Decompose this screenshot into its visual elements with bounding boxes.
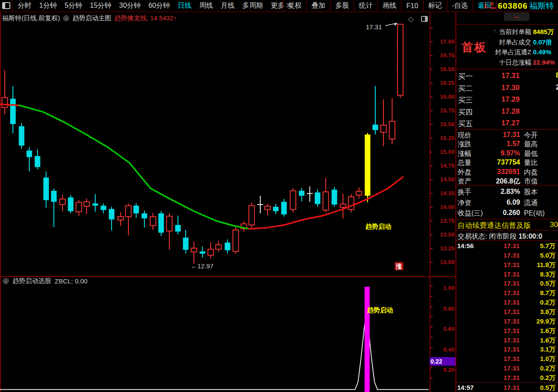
panel-divider xyxy=(456,129,558,130)
quote-row: 资产206.8亿市值 xyxy=(456,176,558,185)
banner-suffix: 30 xyxy=(550,221,558,229)
tick-price: 17.31 xyxy=(476,242,520,249)
candle-body xyxy=(349,197,354,209)
candle-body xyxy=(381,125,387,133)
bid-row: 买二17.302 xyxy=(456,82,558,93)
axis-tick xyxy=(430,337,433,338)
candle-body xyxy=(340,204,346,208)
tick-volume: 8.3万 xyxy=(540,271,555,279)
tick-volume: 0.5万 xyxy=(540,280,555,288)
bid-price: 17.29 xyxy=(476,95,520,104)
candle-body xyxy=(167,216,172,231)
stock-identity: L R 500 603806 福斯特 xyxy=(484,0,554,12)
quote-label: 涨跌 xyxy=(458,140,471,149)
quote-panel: ︿ 首板 自动续费通达信普及版 30 交易状态: 闭市阶段 15:00:0 !当… xyxy=(456,12,558,392)
sub-value-axis: 1.000.800.600.400.200.22 xyxy=(430,276,455,392)
toolbar-button[interactable]: 复权 xyxy=(283,0,306,12)
tick-price: 17.31 xyxy=(476,252,520,259)
diamond-icon[interactable]: ◇ xyxy=(408,15,414,24)
candle-body xyxy=(19,126,25,146)
collapse-tab[interactable]: ︿ xyxy=(504,12,530,21)
period-tab[interactable]: 周线 xyxy=(195,1,217,10)
subscription-banner[interactable]: 自动续费通达信普及版 30 xyxy=(458,221,558,231)
chevron-down-icon[interactable]: ⌄ xyxy=(63,15,69,22)
bid-price: 17.28 xyxy=(476,107,520,116)
candle-body xyxy=(398,24,403,95)
toolbar-button[interactable]: 标记 xyxy=(423,0,447,12)
quote-label2: 最低 xyxy=(524,149,538,159)
axis-price-label: 13.25 xyxy=(430,245,455,252)
tick-price: 17.31 xyxy=(476,271,520,278)
candle-body xyxy=(44,177,49,200)
period-tab[interactable]: 多周期 xyxy=(238,1,267,10)
toolbar-button[interactable]: 叠加 xyxy=(306,0,330,12)
toolbar-button[interactable]: F10 xyxy=(401,0,423,12)
period-tab[interactable]: 60分钟 xyxy=(144,1,174,10)
current-value-tag: 0.22 xyxy=(430,357,455,366)
tick-price: 17.31 xyxy=(476,299,520,306)
stat-label: 十日总涨幅 xyxy=(499,59,531,67)
trade-status-line: 交易状态: 闭市阶段 15:00:0 xyxy=(458,232,542,241)
bid-price: 17.27 xyxy=(476,119,520,128)
toolbar-actions: 复权叠加多股统计画线F10标记-自选返回 xyxy=(283,0,497,12)
sub-chart-header: ⌄ 趋势启动选股 ZBCL: 0.00 xyxy=(3,277,87,285)
period-tab[interactable]: 日线 xyxy=(174,1,195,10)
tick-row: 17.318.7万 xyxy=(456,288,558,298)
chevron-down-icon[interactable]: ⌄ xyxy=(3,278,9,284)
tick-row: 17.310.2万 xyxy=(456,373,558,383)
period-tab[interactable]: 5分钟 xyxy=(61,1,86,10)
layout-toggle-icon[interactable] xyxy=(2,2,10,9)
toolbar-button[interactable]: 画线 xyxy=(377,0,401,12)
top-toolbar: 分时1分钟5分钟15分钟30分钟60分钟日线周线月线多周期更多 > 复权叠加多股… xyxy=(0,0,558,12)
tick-price: 17.31 xyxy=(476,308,520,315)
tick-price: 17.31 xyxy=(476,327,520,334)
stock-name: 福斯特 xyxy=(530,0,554,12)
panel-divider xyxy=(456,219,558,219)
tick-volume: 5.7万 xyxy=(540,242,555,250)
stat-label: 封单占成交 xyxy=(499,38,531,47)
tick-volume: 8.7万 xyxy=(540,289,555,297)
axis-price-label: 16.50 xyxy=(430,66,455,72)
candle-body xyxy=(101,205,106,210)
period-tab[interactable]: 月线 xyxy=(217,1,238,10)
tick-volume: 0.2万 xyxy=(540,374,555,382)
price-callout-label: 17.31 xyxy=(366,23,382,31)
tick-row: 17.310.5万 xyxy=(456,279,558,288)
axis-price-label: 15.00 xyxy=(430,149,455,155)
stat-value: 22.94% xyxy=(533,59,555,66)
axis-price-label: 14.00 xyxy=(430,204,455,210)
candle-body xyxy=(249,205,255,225)
tick-price: 17.31 xyxy=(476,374,520,381)
axis-value-label: 1.00 xyxy=(430,285,455,291)
period-tab[interactable]: 30分钟 xyxy=(115,1,145,10)
tick-row: 17.310.2万 xyxy=(456,298,558,307)
tick-row: 17.318.3万 xyxy=(456,270,558,279)
panel-switch-icon[interactable] xyxy=(421,16,428,22)
axis-price-label: 15.25 xyxy=(430,135,455,141)
toolbar-button[interactable]: 多股 xyxy=(330,0,354,12)
candle-body xyxy=(200,252,206,254)
tick-price: 17.31 xyxy=(476,280,520,287)
period-tab[interactable]: 分时 xyxy=(14,1,35,10)
period-tab[interactable]: 15分钟 xyxy=(86,1,115,10)
main-candlestick-canvas[interactable]: 17.31←12.97趋势启动涨 xyxy=(0,12,430,276)
sub-indicator-canvas[interactable]: 趋势启动 xyxy=(0,286,430,392)
banner-text: 自动续费通达信普及版 xyxy=(458,221,531,230)
toolbar-button[interactable]: 统计 xyxy=(354,0,377,12)
tick-volume: 1.6万 xyxy=(540,336,555,345)
signal-bar xyxy=(365,287,370,392)
axis-value-label: 0.40 xyxy=(430,346,455,352)
candle-body xyxy=(208,249,214,255)
fund-label2: PE(动) xyxy=(524,209,545,218)
tick-volume: 5.0万 xyxy=(540,252,555,260)
sub-chart-title: 趋势启动选股 xyxy=(12,277,51,285)
axis-tick xyxy=(430,296,433,297)
tick-price: 17.31 xyxy=(476,317,520,325)
axis-price-label: 16.25 xyxy=(430,80,455,86)
period-tab[interactable]: 1分钟 xyxy=(35,1,61,10)
bid-label: 买一 xyxy=(458,72,473,81)
stat-row: 十日总涨幅22.94% xyxy=(456,57,558,67)
toolbar-button[interactable]: -自选 xyxy=(447,0,473,12)
tick-volume: 0.2万 xyxy=(540,299,555,307)
axis-price-label: 13.75 xyxy=(430,218,455,224)
